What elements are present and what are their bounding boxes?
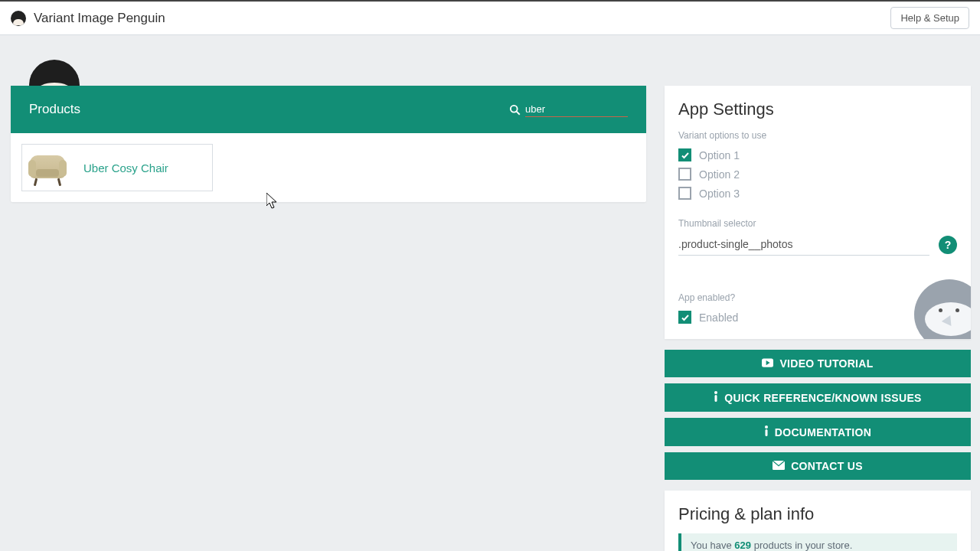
products-search-input[interactable] [525,102,628,117]
documentation-label: DOCUMENTATION [775,426,871,439]
app-logo-icon [11,11,26,26]
option-2-checkbox[interactable] [678,168,691,181]
pricing-title: Pricing & plan info [678,504,957,524]
products-panel: Products [11,86,646,202]
products-header: Products [11,86,646,133]
option-3-checkbox[interactable] [678,187,691,200]
documentation-button[interactable]: DOCUMENTATION [665,418,971,446]
info-icon [764,425,769,439]
help-setup-button[interactable]: Help & Setup [890,7,969,29]
contact-us-label: CONTACT US [791,460,863,472]
video-tutorial-button[interactable]: VIDEO TUTORIAL [665,350,971,377]
top-bar-left: Variant Image Penguin [11,11,165,26]
pricing-banner: You have 629 products in your store. Onl… [678,533,957,551]
option-3-label: Option 3 [699,187,740,200]
search-icon [509,104,521,116]
pricing-line-1: You have 629 products in your store. [691,540,948,551]
variant-options-label: Variant options to use [678,130,957,141]
top-bar: Variant Image Penguin Help & Setup [0,2,980,35]
thumbnail-help-icon[interactable]: ? [939,236,957,254]
option-1-label: Option 1 [699,149,740,161]
quick-reference-label: QUICK REFERENCE/KNOWN ISSUES [724,392,921,404]
video-tutorial-label: VIDEO TUTORIAL [779,357,873,370]
svg-point-0 [511,105,518,112]
app-enabled-checkbox[interactable] [678,311,691,324]
pricing-product-count: 629 [734,540,751,551]
option-1-checkbox[interactable] [678,148,691,161]
svg-point-4 [714,391,717,394]
info-icon [714,391,718,404]
svg-rect-7 [765,429,767,436]
products-search [509,102,628,117]
option-1-row[interactable]: Option 1 [678,145,957,165]
left-column: Products [11,35,646,202]
product-card[interactable]: Uber Cosy Chair [21,144,213,191]
app-settings-panel: App Settings Variant options to use Opti… [665,86,971,339]
right-column: App Settings Variant options to use Opti… [665,35,971,551]
quick-reference-button[interactable]: QUICK REFERENCE/KNOWN ISSUES [665,383,971,412]
svg-rect-5 [715,395,717,402]
mail-icon [773,460,785,472]
products-list: Uber Cosy Chair [11,133,646,202]
product-thumbnail [27,149,68,186]
svg-line-1 [516,111,519,114]
product-name: Uber Cosy Chair [83,161,168,174]
option-3-row[interactable]: Option 3 [678,184,957,203]
app-title: Variant Image Penguin [34,11,165,26]
penguin-peek-icon [914,279,971,339]
thumbnail-selector-label: Thumbnail selector [678,218,957,229]
pricing-panel: Pricing & plan info You have 629 product… [665,491,971,551]
products-title: Products [29,102,80,117]
variant-options-group: Option 1 Option 2 Option 3 [678,145,957,203]
action-buttons: VIDEO TUTORIAL QUICK REFERENCE/KNOWN ISS… [665,350,971,480]
option-2-row[interactable]: Option 2 [678,165,957,184]
thumbnail-selector-input[interactable] [678,233,929,256]
app-settings-title: App Settings [678,99,957,119]
app-enabled-text: Enabled [699,311,738,324]
contact-us-button[interactable]: CONTACT US [665,452,971,480]
option-2-label: Option 2 [699,168,740,181]
svg-point-6 [765,425,768,429]
play-icon [762,357,773,370]
